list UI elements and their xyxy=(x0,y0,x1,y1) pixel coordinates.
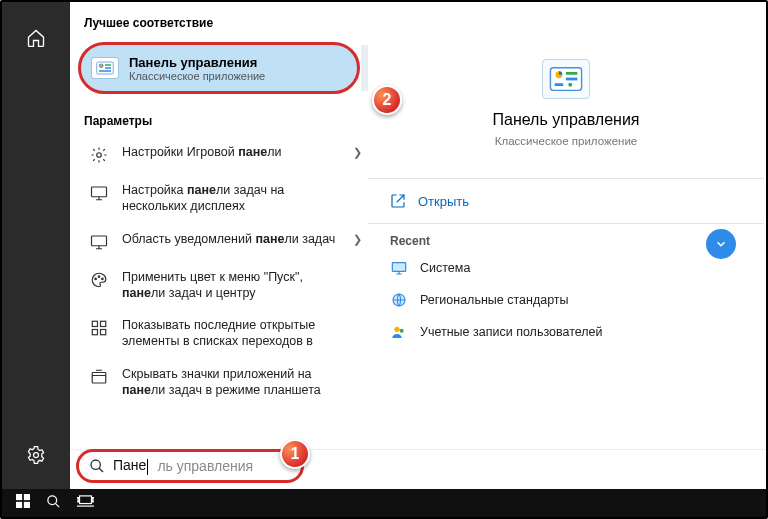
recent-label: Региональные стандарты xyxy=(420,293,569,307)
svg-rect-29 xyxy=(16,494,22,500)
screen-icon xyxy=(390,259,408,277)
svg-point-7 xyxy=(97,153,102,158)
result-label: Применить цвет к меню "Пуск", панели зад… xyxy=(122,269,354,302)
home-icon[interactable] xyxy=(16,18,56,58)
preview-title: Панель управления xyxy=(493,111,640,129)
open-icon xyxy=(390,193,406,209)
recent-item[interactable]: Система xyxy=(368,252,764,284)
palette-icon xyxy=(88,269,110,291)
annotation-badge-2: 2 xyxy=(372,85,402,115)
svg-point-27 xyxy=(400,329,404,333)
control-panel-icon xyxy=(542,59,590,99)
monitor-icon xyxy=(88,182,110,204)
settings-icon[interactable] xyxy=(16,435,56,475)
svg-rect-4 xyxy=(105,64,111,66)
monitor-icon xyxy=(88,231,110,253)
expand-chevron[interactable] xyxy=(706,229,736,259)
svg-rect-32 xyxy=(24,502,30,508)
recent-item[interactable]: Учетные записи пользователей xyxy=(368,316,764,348)
settings-result-item[interactable]: Область уведомлений панели задач❯ xyxy=(70,223,368,261)
globe-icon xyxy=(390,291,408,309)
preview-subtitle: Классическое приложение xyxy=(495,135,637,147)
section-best-match: Лучшее соответствие xyxy=(70,2,368,38)
svg-rect-22 xyxy=(555,83,564,86)
svg-point-0 xyxy=(34,453,39,458)
best-match-item[interactable]: Панель управления Классическое приложени… xyxy=(78,42,360,94)
svg-point-10 xyxy=(95,278,97,280)
open-action[interactable]: Открыть xyxy=(368,179,764,223)
search-results: Лучшее соответствие Панель управления Кл… xyxy=(70,2,368,459)
gear-icon xyxy=(88,144,110,166)
svg-rect-6 xyxy=(99,70,111,72)
settings-result-item[interactable]: Применить цвет к меню "Пуск", панели зад… xyxy=(70,261,368,310)
start-sidebar xyxy=(2,2,70,489)
control-panel-icon xyxy=(91,57,119,79)
preview-hero: Панель управления Классическое приложени… xyxy=(368,28,764,178)
svg-rect-24 xyxy=(392,263,405,272)
svg-point-11 xyxy=(98,275,100,277)
search-input[interactable]: Панель управления xyxy=(76,449,304,483)
search-icon xyxy=(89,458,105,474)
best-match-title: Панель управления xyxy=(129,55,265,70)
settings-result-item[interactable]: Настройка панели задач на нескольких дис… xyxy=(70,174,368,223)
chevron-right-icon: ❯ xyxy=(353,146,362,159)
svg-rect-30 xyxy=(24,494,30,500)
task-view-icon[interactable] xyxy=(77,494,94,512)
recent-label: Система xyxy=(420,261,470,275)
svg-rect-16 xyxy=(101,330,106,335)
svg-point-28 xyxy=(91,460,100,469)
svg-rect-36 xyxy=(92,498,94,502)
result-label: Скрывать значки приложений на панели зад… xyxy=(122,366,354,399)
svg-rect-34 xyxy=(80,496,92,504)
best-match-text: Панель управления Классическое приложени… xyxy=(129,55,265,82)
search-typed: Пане xyxy=(113,457,149,474)
settings-result-item[interactable]: Скрывать значки приложений на панели зад… xyxy=(70,358,368,407)
svg-rect-17 xyxy=(92,372,106,383)
recent-label: Учетные записи пользователей xyxy=(420,325,603,339)
svg-rect-21 xyxy=(566,78,577,81)
tablet-icon xyxy=(88,366,110,388)
svg-point-23 xyxy=(568,83,572,87)
svg-point-26 xyxy=(394,327,399,332)
result-label: Область уведомлений панели задач xyxy=(122,231,351,247)
svg-rect-9 xyxy=(92,236,107,246)
svg-rect-14 xyxy=(101,321,106,326)
best-match-subtitle: Классическое приложение xyxy=(129,70,265,82)
users-icon xyxy=(390,323,408,341)
taskbar xyxy=(2,489,766,517)
svg-rect-20 xyxy=(566,72,577,75)
open-preview-arrow[interactable] xyxy=(361,45,368,91)
list-icon xyxy=(88,317,110,339)
svg-rect-13 xyxy=(92,321,97,326)
preview-pane: Панель управления Классическое приложени… xyxy=(368,28,764,459)
svg-rect-8 xyxy=(92,187,107,197)
result-label: Показывать последние открытые элементы в… xyxy=(122,317,354,350)
settings-result-item[interactable]: Показывать последние открытые элементы в… xyxy=(70,309,368,358)
svg-rect-15 xyxy=(92,330,97,335)
section-parameters: Параметры xyxy=(70,100,368,136)
annotation-badge-1: 1 xyxy=(280,439,310,469)
svg-point-12 xyxy=(102,278,104,280)
open-label: Открыть xyxy=(418,194,469,209)
result-label: Настройки Игровой панели xyxy=(122,144,297,160)
start-button[interactable] xyxy=(16,494,30,512)
recent-item[interactable]: Региональные стандарты xyxy=(368,284,764,316)
result-label: Настройка панели задач на нескольких дис… xyxy=(122,182,354,215)
search-suggestion: ль управления xyxy=(157,458,253,474)
svg-rect-5 xyxy=(105,67,111,69)
chevron-right-icon: ❯ xyxy=(353,233,362,246)
svg-point-33 xyxy=(48,495,57,504)
settings-result-item[interactable]: Настройки Игровой панели❯ xyxy=(70,136,368,174)
svg-rect-35 xyxy=(77,498,79,502)
section-recent: Recent xyxy=(368,224,764,252)
taskbar-search-icon[interactable] xyxy=(46,494,61,513)
svg-rect-31 xyxy=(16,502,22,508)
